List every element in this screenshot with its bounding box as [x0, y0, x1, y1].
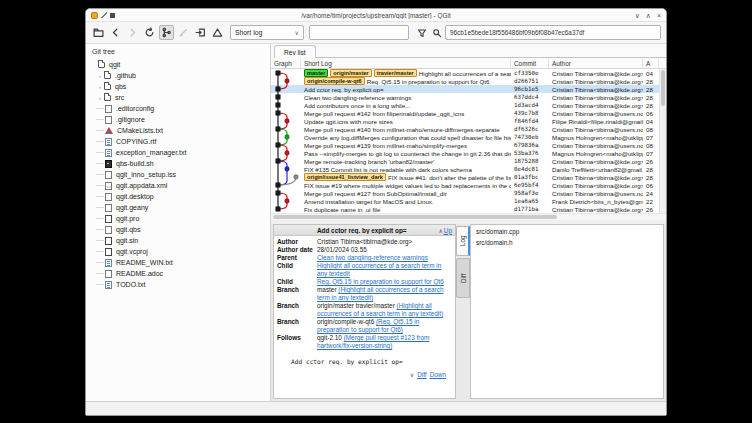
- tree-item-qbs-build-sh[interactable]: qbs-build.sh: [86, 158, 270, 169]
- commit-row-1ea6a65[interactable]: Amend installation target for MacOS and …: [271, 197, 659, 205]
- commit-row-96cb1e5[interactable]: Add cctor req. by explicit op=96cb1e5Cri…: [271, 85, 659, 93]
- commit-row-958af3e[interactable]: Merge pull request #127 from SubOptimal/…: [271, 189, 659, 197]
- commit-row-1875288[interactable]: Merge remote-tracking branch 'urban82/ma…: [271, 157, 659, 165]
- tree-item-qgit-appdata-xml[interactable]: <>qgit.appdata.xml: [86, 180, 270, 191]
- commit-sha: 1875288: [511, 157, 549, 165]
- apply-patch-button[interactable]: [193, 25, 208, 40]
- tree-item-qgit-vcproj[interactable]: qgit.vcproj: [86, 246, 270, 257]
- scrollbar-thumb[interactable]: [661, 70, 665, 106]
- tree-item-qgit-sln[interactable]: qgit.sln: [86, 235, 270, 246]
- column-header-commit[interactable]: Commit: [511, 58, 549, 68]
- detail-field-link[interactable]: Highlight all occurrences of a search te…: [317, 262, 441, 277]
- column-header-short-log[interactable]: Short Log: [301, 58, 511, 68]
- tree-item-src[interactable]: ›src: [86, 92, 270, 103]
- sha-input[interactable]: [445, 25, 661, 40]
- format-patch-button[interactable]: [210, 25, 225, 40]
- chevron-down-icon: ∨: [410, 371, 414, 378]
- view-dag-button[interactable]: [159, 25, 174, 40]
- ref-badge-origin-compile-w-qt6: origin/compile-w-qt6: [304, 77, 365, 85]
- tree-item-qbs[interactable]: ›qbs: [86, 81, 270, 92]
- open-repository-button[interactable]: [91, 25, 106, 40]
- forward-button[interactable]: [125, 25, 140, 40]
- tree-item-readme-adoc[interactable]: README.adoc: [86, 268, 270, 279]
- commit-date: 28: [643, 101, 659, 109]
- tree-item-qgit[interactable]: qgit: [86, 59, 270, 70]
- tree-item-qgit-inno-setup-iss[interactable]: qgit_inno_setup.iss: [86, 169, 270, 180]
- commit-subject: Clean two dangling-reference warnings: [304, 94, 411, 101]
- tree-item-copying-rtf[interactable]: COPYING.rtf: [86, 136, 270, 147]
- detail-field-value: qgit-2.10 (Merge pull request #123 from …: [317, 334, 452, 350]
- column-header-graph[interactable]: Graph: [271, 58, 301, 68]
- tab-diff[interactable]: Diff: [456, 258, 470, 298]
- column-header-a[interactable]: A: [643, 58, 659, 68]
- commit-row-679836a[interactable]: Merge pull request #139 from millnet-mah…: [271, 141, 659, 149]
- tree-item--gitignore[interactable]: .gitignore: [86, 114, 270, 125]
- commit-row-74730eb[interactable]: Override any log.diffMerges configuratio…: [271, 133, 659, 141]
- tree-item-todo-txt[interactable]: TODO.txt: [86, 279, 270, 290]
- commit-row-637ddc4[interactable]: Clean two dangling-reference warnings637…: [271, 93, 659, 101]
- file-list-item[interactable]: src/domain.h: [471, 236, 663, 247]
- revlist-horizontal-scrollbar[interactable]: [271, 213, 666, 220]
- commit-row-6e95bf4[interactable]: FIX issue #19 where multiple widget valu…: [271, 181, 659, 189]
- detail-field-link[interactable]: Clean two dangling-reference warnings: [317, 254, 428, 261]
- search-button[interactable]: [430, 26, 443, 39]
- commit-row-53ba376[interactable]: Pass --simplify-merges to git log to cou…: [271, 149, 659, 157]
- shell-icon: [105, 160, 112, 168]
- expand-arrow-icon[interactable]: ›: [96, 84, 104, 90]
- minimize-button[interactable]: ∨: [635, 12, 640, 19]
- commit-row-d1771ba[interactable]: Fix duplicate name in .ui filed1771baCri…: [271, 205, 659, 213]
- close-button[interactable]: ×: [657, 12, 661, 19]
- back-button[interactable]: [108, 25, 123, 40]
- tree-item-readme-win-txt[interactable]: README_WIN.txt: [86, 257, 270, 268]
- filter-input[interactable]: [309, 25, 409, 40]
- filter-toggle-button[interactable]: [415, 26, 428, 39]
- commit-subject: Req. Qt5.15 in preparation to support fo…: [367, 78, 490, 85]
- down-link[interactable]: Down: [430, 371, 446, 378]
- commit-row-439c7b8[interactable]: Merge pull request #142 from filiperinal…: [271, 109, 659, 117]
- graph-cell: [271, 165, 301, 173]
- commit-date: 28: [643, 165, 659, 173]
- commit-author: Cristian Tibirna<tibirna@kde.org>: [549, 85, 643, 93]
- commit-author: Cristian Tibirna<tibirna@users.nor...: [549, 125, 643, 133]
- commit-row-cf3350e[interactable]: masterorigin/mastertravier/masterHighlig…: [271, 69, 659, 77]
- commit-date: 07: [643, 133, 659, 141]
- tree-item--editorconfig[interactable]: .editorconfig: [86, 103, 270, 114]
- up-link-label[interactable]: Up: [444, 227, 452, 234]
- tree-item--github[interactable]: ›.github: [86, 70, 270, 81]
- commit-date: 04: [643, 69, 659, 77]
- detail-field-link[interactable]: Req. Qt5.15 in preparation to support fo…: [317, 278, 444, 285]
- revlist-vertical-scrollbar[interactable]: [659, 69, 666, 213]
- tree-item-qgit-desktop[interactable]: qgit.desktop: [86, 191, 270, 202]
- detail-field-label: Child: [277, 262, 317, 278]
- branch-graph-icon: [161, 27, 172, 38]
- commit-row-1d3acd4[interactable]: Add contributors once in a long while...…: [271, 101, 659, 109]
- commit-author: Cristian Tibirna<tibirna@kde.org>: [549, 205, 643, 213]
- tree-item-cmakelists-txt[interactable]: CMakeLists.txt: [86, 125, 270, 136]
- search-icon: [432, 28, 442, 38]
- tree-item-qgit-pro[interactable]: qgit.pro: [86, 213, 270, 224]
- tree-item-exception-manager-txt[interactable]: exception_manager.txt: [86, 147, 270, 158]
- expand-arrow-icon[interactable]: ›: [96, 73, 104, 79]
- commit-row-01a3fbc[interactable]: origin/issue41_listview_darkFIX issue #4…: [271, 173, 659, 181]
- file-list-item[interactable]: src/domain.cpp: [471, 225, 663, 236]
- tree-item-qgit-geany[interactable]: qgit.geany: [86, 202, 270, 213]
- maximize-button[interactable]: ∧: [646, 12, 651, 19]
- graph-cell: [271, 173, 301, 181]
- tab-log[interactable]: Log: [456, 226, 470, 256]
- edit-file-button[interactable]: [176, 25, 191, 40]
- shortlog-cell: Merge pull request #127 from SubOptimal/…: [301, 189, 511, 197]
- commit-row-f846fd4[interactable]: Update qgit.icns with more sizesf846fd4F…: [271, 117, 659, 125]
- diff-link[interactable]: Diff: [417, 371, 426, 378]
- commit-row-0e4dc81[interactable]: FIX #135 Commit list is not readable wit…: [271, 165, 659, 173]
- tab-rev-list[interactable]: Rev list: [274, 45, 316, 58]
- column-header-author[interactable]: Author: [549, 58, 643, 68]
- expand-arrow-icon[interactable]: ›: [96, 95, 104, 101]
- refresh-button[interactable]: [142, 25, 157, 40]
- scrollbar-thumb[interactable]: [273, 215, 557, 219]
- up-link[interactable]: ∧ Up: [435, 227, 455, 234]
- tree-item-qgit-qbs[interactable]: qgit.qbs: [86, 224, 270, 235]
- commit-row-d266751[interactable]: origin/compile-w-qt6Req. Qt5.15 in prepa…: [271, 77, 659, 85]
- shortlog-cell: Pass --simplify-merges to git log to cou…: [301, 149, 511, 157]
- log-view-select[interactable]: Short log ∨: [230, 25, 304, 40]
- commit-row-df6326c[interactable]: Merge pull request #140 from millnet-mah…: [271, 125, 659, 133]
